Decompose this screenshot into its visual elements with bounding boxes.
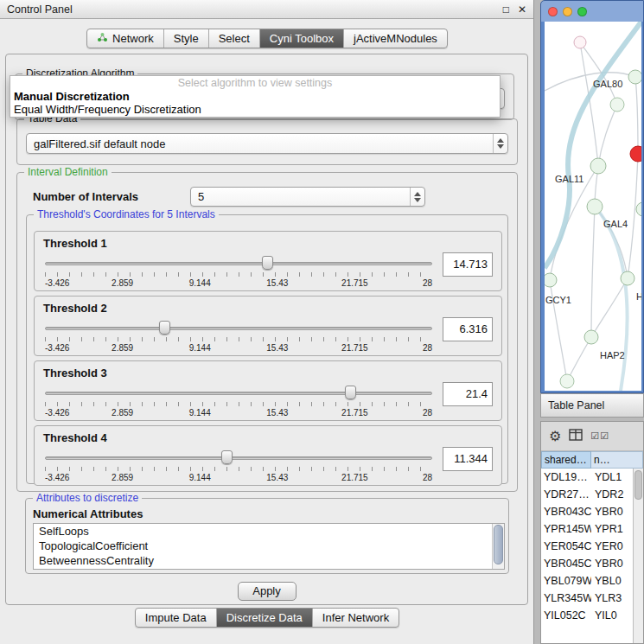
attributes-scrollbar[interactable] xyxy=(492,524,504,569)
network-canvas[interactable]: GAL80 GAL11 GAL4 GCY1 HAP2 H xyxy=(545,22,641,391)
threshold-2-panel: Threshold 2 -3.426 2.859 9.144 15.43 21.… xyxy=(34,296,502,356)
slider-track[interactable] xyxy=(45,327,432,330)
slider-scale-labels: -3.426 2.859 9.144 15.43 21.715 28 xyxy=(45,278,432,288)
table-row[interactable]: YER054C YER0 xyxy=(541,538,633,555)
gear-icon[interactable]: ⚙ xyxy=(549,430,561,443)
columns-icon[interactable] xyxy=(569,429,583,444)
node-circle[interactable] xyxy=(545,273,557,287)
table-row[interactable]: YDR27… YDR2 xyxy=(541,486,633,503)
popup-item-equal-width[interactable]: Equal Width/Frequency Discretization xyxy=(10,103,500,116)
slider-track[interactable] xyxy=(45,392,432,395)
slider-scale-labels: -3.426 2.859 9.144 15.43 21.715 28 xyxy=(45,473,432,482)
table-header-row: shared… n… xyxy=(541,451,643,469)
minimize-traffic-icon[interactable] xyxy=(563,7,572,16)
slider-thumb[interactable] xyxy=(159,321,170,335)
table-body[interactable]: YDL19… YDL1 YDR27… YDR2 YBR043C YBR0 YPR… xyxy=(541,469,633,643)
interval-definition-group-title: Interval Definition xyxy=(24,166,112,178)
node-circle[interactable] xyxy=(584,330,598,344)
apply-button[interactable]: Apply xyxy=(238,582,296,601)
algorithm-placeholder-item: Select algorithm to view settings xyxy=(10,76,500,90)
table-data-combobox[interactable]: galFiltered.sif default node xyxy=(26,133,508,154)
threshold-4-slider[interactable]: -3.426 2.859 9.144 15.43 21.715 28 xyxy=(45,449,432,483)
slider-scale-labels: -3.426 2.859 9.144 15.43 21.715 28 xyxy=(45,408,432,418)
tab-select[interactable]: Select xyxy=(209,29,260,48)
threshold-2-label: Threshold 2 xyxy=(43,302,107,315)
table-row[interactable]: YBR043C YBR0 xyxy=(541,503,633,520)
node-circle[interactable] xyxy=(621,271,634,285)
threshold-3-slider[interactable]: -3.426 2.859 9.144 15.43 21.715 28 xyxy=(45,384,432,418)
network-icon xyxy=(97,32,108,45)
node-circle[interactable] xyxy=(628,70,641,84)
table-row[interactable]: YIL052C YIL0 xyxy=(541,607,633,624)
tab-style[interactable]: Style xyxy=(164,29,209,48)
tab-jactivemnodules[interactable]: jActiveMNodules xyxy=(344,29,447,48)
column-header-name[interactable]: n… xyxy=(591,451,643,469)
table-row[interactable]: YBR045C YBR0 xyxy=(541,555,633,572)
threshold-3-panel: Threshold 3 -3.426 2.859 9.144 15.43 21.… xyxy=(34,360,502,421)
table-row[interactable]: YDL19… YDL1 xyxy=(541,469,633,486)
column-header-shared-name[interactable]: shared… xyxy=(541,451,591,469)
threshold-1-value-field[interactable]: 14.713 xyxy=(443,252,493,277)
close-window-button[interactable]: ✕ xyxy=(518,4,526,15)
selected-red-node[interactable] xyxy=(630,146,641,162)
network-graph[interactable]: GAL80 GAL11 GAL4 GCY1 HAP2 H xyxy=(545,22,641,391)
table-panel-window: ⚙ ☑☑ shared… n… YDL19… YDL1 YDR27… YDR2 … xyxy=(540,421,644,644)
select-all-checks-icon[interactable]: ☑☑ xyxy=(590,430,609,442)
slider-ticks xyxy=(45,337,432,341)
popup-item-manual-discretization[interactable]: Manual Discretization xyxy=(10,90,500,103)
highlighted-edge xyxy=(595,207,628,391)
zoom-traffic-icon[interactable] xyxy=(577,7,587,16)
table-panel-header: Table Panel xyxy=(540,393,644,418)
table-row[interactable]: YLR345W YLR3 xyxy=(541,590,633,607)
network-view-window[interactable]: GAL80 GAL11 GAL4 GCY1 HAP2 H xyxy=(540,0,644,393)
slider-thumb[interactable] xyxy=(221,450,233,464)
number-of-intervals-combobox[interactable]: 5 xyxy=(190,187,425,207)
close-traffic-icon[interactable] xyxy=(548,7,558,16)
list-item-selfloops[interactable]: SelfLoops xyxy=(34,524,492,539)
slider-scale-labels: -3.426 2.859 9.144 15.43 21.715 28 xyxy=(45,343,432,353)
list-item-betweennesscentrality[interactable]: BetweennessCentrality xyxy=(34,553,492,568)
scrollbar-thumb[interactable] xyxy=(634,470,642,500)
table-scrollbar[interactable] xyxy=(633,469,643,643)
node-circle[interactable] xyxy=(587,199,603,214)
tab-impute-data[interactable]: Impute Data xyxy=(136,609,217,627)
node-label-gal4: GAL4 xyxy=(603,219,628,229)
table-data-combobox-value: galFiltered.sif default node xyxy=(27,137,493,150)
float-window-button[interactable]: □ xyxy=(503,4,509,15)
table-row[interactable]: YPR145W YPR1 xyxy=(541,520,633,538)
scrollbar-thumb[interactable] xyxy=(494,525,503,564)
attributes-group: Attributes to discretize Numerical Attri… xyxy=(25,498,509,574)
slider-track[interactable] xyxy=(45,262,432,265)
slider-ticks xyxy=(45,402,432,406)
slider-thumb[interactable] xyxy=(262,256,273,270)
slider-track[interactable] xyxy=(45,456,432,460)
threshold-4-value-field[interactable]: 11.344 xyxy=(443,447,493,471)
attributes-listbox[interactable]: SelfLoops TopologicalCoefficient Between… xyxy=(33,523,505,570)
bottom-tab-bar: Impute Data Discretize Data Infer Networ… xyxy=(0,608,534,628)
list-item-topologicalcoefficient[interactable]: TopologicalCoefficient xyxy=(34,539,492,553)
node-circle[interactable] xyxy=(574,36,586,48)
node-circle[interactable] xyxy=(610,98,624,112)
slider-ticks xyxy=(45,467,432,471)
threshold-2-slider[interactable]: -3.426 2.859 9.144 15.43 21.715 28 xyxy=(45,319,432,354)
bottom-tab-group: Impute Data Discretize Data Infer Networ… xyxy=(135,608,399,628)
slider-thumb[interactable] xyxy=(345,386,356,399)
threshold-3-value-field[interactable]: 21.4 xyxy=(443,382,493,406)
node-circle[interactable] xyxy=(590,158,606,174)
threshold-1-slider[interactable]: -3.426 2.859 9.144 15.43 21.715 28 xyxy=(45,254,432,289)
tab-infer-network[interactable]: Infer Network xyxy=(313,609,399,627)
node-circle[interactable] xyxy=(560,374,574,388)
tab-network-label: Network xyxy=(112,32,154,45)
attributes-rows: SelfLoops TopologicalCoefficient Between… xyxy=(34,524,492,568)
numerical-attributes-label: Numerical Attributes xyxy=(33,507,143,520)
table-row[interactable]: YBL079W YBL0 xyxy=(541,572,633,590)
tab-cyni-toolbox[interactable]: Cyni Toolbox xyxy=(260,29,344,48)
threshold-2-value-field[interactable]: 6.316 xyxy=(443,317,493,341)
tab-network[interactable]: Network xyxy=(87,29,164,48)
node-circle[interactable] xyxy=(636,202,641,216)
tab-discretize-data[interactable]: Discretize Data xyxy=(217,609,313,627)
interval-definition-group: Interval Definition Number of Intervals … xyxy=(16,172,518,492)
top-tab-group: Network Style Select Cyni Toolbox jActiv… xyxy=(86,29,448,48)
top-tab-bar: Network Style Select Cyni Toolbox jActiv… xyxy=(0,29,534,48)
thresholds-group: Threshold's Coordinates for 5 Intervals … xyxy=(26,214,508,484)
